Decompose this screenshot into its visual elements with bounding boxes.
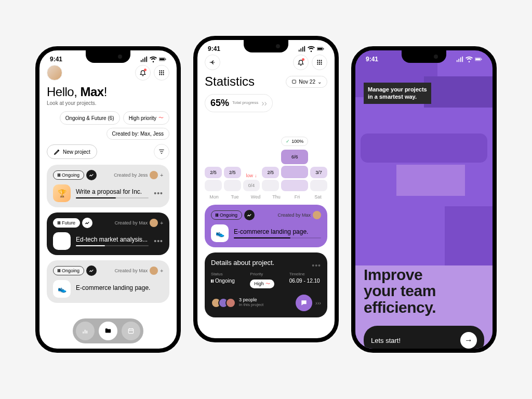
project-icon: 👟	[211, 224, 229, 242]
svg-point-17	[319, 60, 320, 61]
bar-empty	[262, 180, 279, 191]
svg-rect-27	[475, 58, 480, 60]
chart-col-mon[interactable]: 2/5	[205, 167, 222, 191]
plus-icon: +	[160, 220, 163, 226]
chart-col-fri[interactable]: ✓100% 6/6	[281, 137, 308, 191]
chip-priority[interactable]: High priority〜	[123, 111, 169, 125]
bar-value: 3/7	[310, 167, 327, 178]
peak-marker: ✓100%	[281, 137, 308, 146]
page-title: Statistics	[205, 74, 255, 89]
svg-point-8	[163, 72, 164, 73]
details-head: Details about project. •••	[211, 259, 321, 272]
meta-label: Created by Max	[277, 212, 311, 218]
bar-empty	[205, 180, 222, 191]
svg-point-19	[317, 62, 318, 63]
svg-point-24	[321, 63, 322, 64]
more-icon[interactable]: •••	[154, 237, 163, 245]
day-wed: Wed	[246, 194, 265, 200]
greeting-name: Max	[81, 85, 104, 99]
signal-icon	[140, 56, 148, 63]
calendar-icon	[291, 79, 297, 84]
notifications-button[interactable]	[135, 65, 151, 81]
value: Ongoing	[211, 278, 243, 284]
nav-calendar[interactable]	[122, 322, 140, 340]
notifications-button[interactable]	[293, 55, 309, 70]
new-project-button[interactable]: New project	[47, 144, 97, 159]
start-button[interactable]: Lets start! →	[364, 326, 484, 353]
bar-value: 2/5	[205, 167, 222, 178]
svg-point-16	[317, 60, 318, 61]
chart-col-thu[interactable]: 2/5	[262, 167, 279, 191]
svg-point-18	[321, 60, 322, 61]
svg-point-22	[317, 63, 318, 64]
avatars-stack	[211, 298, 236, 308]
phone-statistics: 9:41 Statistics Nov 22	[193, 36, 339, 342]
day-labels: Mon Tue Wed Thu Fri Sat	[205, 194, 327, 200]
date-picker[interactable]: Nov 22 ⌄	[286, 76, 327, 88]
apps-button[interactable]	[154, 65, 169, 81]
grid-icon	[316, 59, 323, 66]
bar-empty	[224, 180, 241, 191]
project-icon: E	[53, 232, 71, 250]
hero-l1: Improve	[364, 267, 484, 283]
details-title: Details about project.	[211, 259, 274, 267]
project-card-2[interactable]: Future Created by Max+ E Ed-tech market …	[47, 212, 169, 255]
hero-l2: your team	[364, 283, 484, 299]
chip-ongoing[interactable]: Ongoing & Future (6)	[60, 111, 120, 125]
svg-point-9	[159, 74, 160, 75]
detail-status: Status Ongoing	[211, 272, 243, 288]
start-label: Lets start!	[371, 337, 401, 344]
svg-rect-25	[292, 80, 296, 83]
svg-point-23	[319, 63, 320, 64]
status-label: Ongoing	[220, 212, 237, 218]
total-progress[interactable]: 65% Total progress ››	[205, 94, 273, 112]
more-icon[interactable]: •••	[154, 189, 163, 197]
svg-rect-12	[128, 329, 133, 334]
trend-up-icon: 〜	[158, 114, 164, 122]
header-actions	[135, 65, 169, 81]
status-icons	[298, 45, 324, 52]
bars-icon	[82, 327, 89, 335]
apps-button[interactable]	[312, 55, 327, 70]
stats-head: Statistics Nov 22 ⌄	[205, 74, 327, 89]
user-avatar[interactable]	[47, 65, 62, 81]
details-grid: Status Ongoing Priority High〜 Timeline 0…	[211, 272, 321, 288]
chart-col-sat[interactable]: 3/7	[310, 167, 327, 191]
project-card-3[interactable]: Ongoing Created by Max+ 👟 E-commerce lan…	[47, 260, 169, 303]
chip-created[interactable]: Created by: Max, Jess	[107, 128, 169, 140]
project-card-1[interactable]: Ongoing Created by Jess+ 🏆 Write a propo…	[47, 165, 169, 207]
back-button[interactable]	[205, 55, 220, 70]
stats-screen: Statistics Nov 22 ⌄ 65% Total progress ›…	[197, 55, 335, 337]
expand-icon[interactable]: ›››	[315, 300, 321, 306]
nav-stats[interactable]	[76, 322, 95, 340]
people-text: 3 people in this project	[239, 298, 263, 308]
selected-project-card[interactable]: Ongoing Created by Max 👟 E-commerce land…	[205, 205, 327, 247]
creator-avatar	[150, 219, 158, 227]
chart-col-wed[interactable]: low↓ 0/4	[243, 173, 260, 191]
card-body: 👟 E-commerce landing page.	[53, 280, 163, 298]
home-screen: Hello, Max! Look at your projects. Ongoi…	[39, 65, 177, 348]
priority-pill: High〜	[250, 280, 274, 288]
svg-rect-2	[165, 59, 166, 60]
low-label: low	[246, 173, 253, 178]
tagline: Manage your projects in a smartest way.	[364, 83, 431, 104]
details-foot: 3 people in this project ›››	[211, 295, 321, 311]
project-icon: 👟	[53, 280, 71, 298]
more-icon[interactable]: •••	[312, 261, 321, 270]
chat-button[interactable]	[296, 295, 312, 311]
card-head: Future Created by Max+	[53, 218, 163, 228]
status-time: 9:41	[50, 56, 62, 63]
chart-col-tue[interactable]: 2/5	[224, 167, 241, 191]
svg-point-21	[321, 62, 322, 63]
filter-button[interactable]	[154, 144, 169, 159]
project-icon: 🏆	[53, 184, 71, 202]
project-title: E-commerce landing page.	[76, 284, 163, 291]
svg-point-11	[163, 74, 164, 75]
people-group[interactable]: 3 people in this project	[211, 298, 263, 308]
nav-folder[interactable]	[99, 322, 117, 340]
status-tag: Future	[53, 218, 80, 228]
label: Priority	[250, 272, 282, 276]
card-meta: Created by Max+	[115, 219, 163, 227]
avatar	[225, 298, 236, 308]
card-body: 👟 E-commerce landing page.	[211, 224, 321, 242]
